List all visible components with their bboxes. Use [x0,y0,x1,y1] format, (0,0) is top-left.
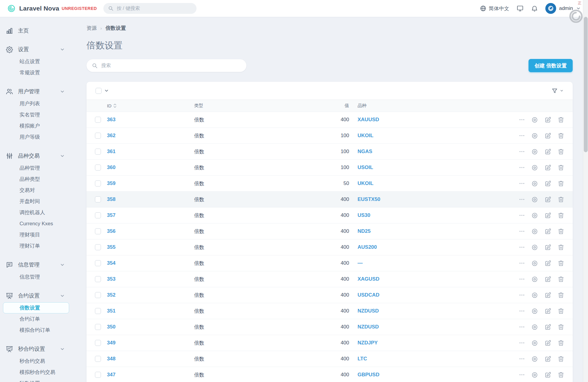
row-id-link[interactable]: 356 [107,228,115,234]
row-symbol-link[interactable]: GBPUSD [358,372,379,378]
row-symbol-link[interactable]: USDCAD [358,292,379,298]
row-id-link[interactable]: 360 [107,165,115,171]
table-row[interactable]: 355 倍数 400 AUS200 [87,239,573,255]
sidebar-group-home[interactable]: 主页 [0,25,72,36]
row-delete-icon[interactable] [558,292,564,298]
row-id-link[interactable]: 363 [107,117,115,123]
row-checkbox[interactable] [95,324,101,330]
sidebar-item-multiplier-settings[interactable]: 倍数设置 [3,302,69,313]
row-view-icon[interactable] [531,196,538,203]
row-edit-icon[interactable] [544,116,551,123]
sidebar-item-symbol-management[interactable]: 品种管理 [3,162,69,174]
row-delete-icon[interactable] [558,148,564,155]
vertical-scrollbar[interactable] [583,0,588,382]
table-row[interactable]: 357 倍数 400 US30 [87,208,573,223]
row-edit-icon[interactable] [544,180,551,187]
create-resource-button[interactable]: 创建 倍数设置 [529,59,573,72]
row-symbol-link[interactable]: XAUUSD [358,117,379,123]
sort-icon[interactable] [113,103,117,108]
sidebar-group-contract-settings[interactable]: 合约设置 [0,290,72,301]
row-edit-icon[interactable] [544,308,551,315]
sidebar-item-wealth-orders[interactable]: 理财订单 [3,240,69,251]
row-checkbox[interactable] [95,196,101,202]
locale-switcher[interactable]: 简体中文 [480,5,509,12]
sidebar-item-currency-kxes[interactable]: Currency Kxes [3,218,69,229]
resource-search-input[interactable] [101,63,241,68]
table-row[interactable]: 350 倍数 400 NZDUSD [87,319,573,335]
table-row[interactable]: 347 倍数 400 GBPUSD [87,367,573,382]
row-delete-icon[interactable] [558,371,564,378]
row-more-actions-icon[interactable] [519,117,525,123]
table-row[interactable]: 352 倍数 400 USDCAD [87,287,573,303]
row-edit-icon[interactable] [544,228,551,235]
row-symbol-link[interactable]: USOIL [358,165,373,171]
row-delete-icon[interactable] [558,132,564,139]
sidebar-group-user-management[interactable]: 用户管理 [0,86,72,97]
row-more-actions-icon[interactable] [519,356,525,362]
row-id-link[interactable]: 353 [107,276,115,282]
row-id-link[interactable]: 351 [107,308,115,314]
global-search-input[interactable] [117,6,192,11]
row-more-actions-icon[interactable] [519,276,525,282]
row-view-icon[interactable] [531,292,538,299]
row-id-link[interactable]: 358 [107,196,115,202]
sidebar-item-second-contract-trading[interactable]: 秒合约交易 [3,356,69,367]
row-edit-icon[interactable] [544,244,551,251]
row-symbol-link[interactable]: UKOIL [358,180,373,186]
row-view-icon[interactable] [531,324,538,331]
table-row[interactable]: 360 倍数 100 USOIL [87,160,573,176]
column-header-id[interactable]: ID [107,103,194,108]
row-delete-icon[interactable] [558,340,564,346]
row-id-link[interactable]: 355 [107,244,115,250]
row-id-link[interactable]: 359 [107,180,115,186]
row-id-link[interactable]: 357 [107,212,115,218]
sidebar-item-opening-hours[interactable]: 开盘时间 [3,196,69,207]
row-id-link[interactable]: 361 [107,149,115,155]
row-view-icon[interactable] [531,356,538,362]
sidebar-group-second-contract-settings[interactable]: 秒合约设置 [0,343,72,354]
table-row[interactable]: 354 倍数 400 — [87,255,573,271]
brand[interactable]: Laravel Nova [7,4,59,13]
row-delete-icon[interactable] [558,212,564,219]
row-more-actions-icon[interactable] [519,244,525,250]
sidebar-item-control-robot[interactable]: 调控机器人 [3,207,69,218]
filter-menu[interactable] [551,88,564,94]
row-view-icon[interactable] [531,340,538,347]
row-more-actions-icon[interactable] [519,324,525,330]
sidebar-item-demo-accounts[interactable]: 模拟账户 [3,120,69,131]
row-view-icon[interactable] [531,228,538,235]
row-more-actions-icon[interactable] [519,372,525,378]
table-row[interactable]: 362 倍数 100 UKOIL [87,128,573,144]
row-checkbox[interactable] [95,276,101,282]
row-view-icon[interactable] [531,116,538,123]
row-more-actions-icon[interactable] [519,228,525,234]
row-more-actions-icon[interactable] [519,149,525,155]
row-edit-icon[interactable] [544,292,551,299]
row-delete-icon[interactable] [558,356,564,362]
row-edit-icon[interactable] [544,196,551,203]
global-search[interactable] [103,3,197,14]
sidebar-item-user-list[interactable]: 用户列表 [3,98,69,109]
row-id-link[interactable]: 362 [107,133,115,139]
row-more-actions-icon[interactable] [519,308,525,314]
row-delete-icon[interactable] [558,244,564,251]
table-row[interactable]: 353 倍数 400 XAGUSD [87,271,573,287]
row-symbol-link[interactable]: LTC [358,356,367,362]
row-edit-icon[interactable] [544,212,551,219]
row-delete-icon[interactable] [558,276,564,282]
row-delete-icon[interactable] [558,228,564,235]
row-checkbox[interactable] [95,372,101,378]
resource-search[interactable] [87,59,246,72]
sidebar-item-contract-orders[interactable]: 合约订单 [3,313,69,325]
row-checkbox[interactable] [95,292,101,298]
row-symbol-link[interactable]: AUS200 [358,244,377,250]
row-symbol-link[interactable]: NZDJPY [358,340,378,346]
row-checkbox[interactable] [95,180,101,186]
row-more-actions-icon[interactable] [519,133,525,139]
row-delete-icon[interactable] [558,180,564,187]
table-row[interactable]: 348 倍数 400 LTC [87,351,573,367]
sidebar-item-seconds-settings[interactable]: 秒数设置 [3,378,69,382]
scrollbar-thumb[interactable] [584,17,588,152]
row-checkbox[interactable] [95,133,101,139]
row-id-link[interactable]: 352 [107,292,115,298]
